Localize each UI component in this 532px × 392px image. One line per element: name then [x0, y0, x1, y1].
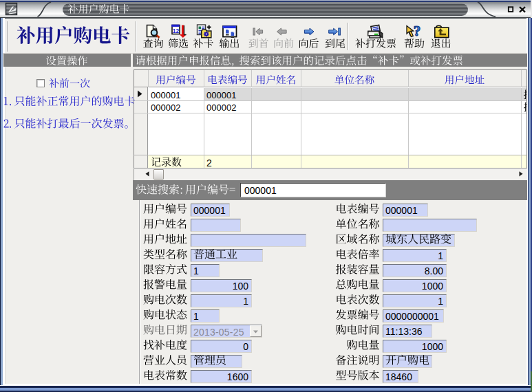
svg-text:?: ?	[414, 23, 421, 39]
svg-text:12: 12	[173, 28, 180, 34]
